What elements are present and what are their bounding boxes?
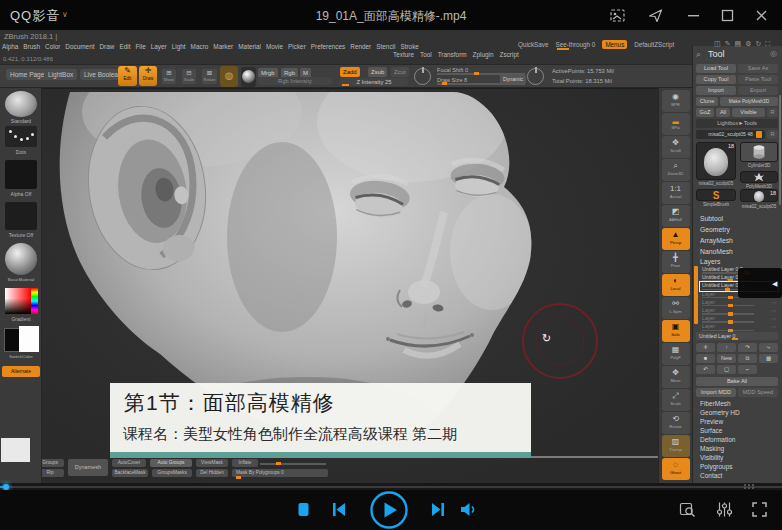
quicksave-button[interactable]: QuickSave <box>518 41 548 48</box>
current-color-patch[interactable] <box>1 438 30 462</box>
right-shelf-button[interactable]: ⚯ L.Sym <box>662 297 690 319</box>
focal-dial-icon[interactable] <box>414 68 431 85</box>
menu-item[interactable]: Light <box>172 43 186 50</box>
tool-r-button[interactable]: R <box>767 130 778 139</box>
all-button[interactable]: All <box>716 108 730 117</box>
menu-item[interactable]: Render <box>350 43 371 50</box>
save-as-button[interactable]: Save As <box>738 64 778 73</box>
layer-row[interactable]: Layer ▫▫ <box>700 307 778 315</box>
right-shelf-button[interactable]: ▨ Transp <box>662 435 690 457</box>
edit-button[interactable]: ✎Edit <box>118 66 137 86</box>
search-icon[interactable]: ⌕ <box>696 49 701 60</box>
draw-size-dial-icon[interactable] <box>527 68 544 85</box>
menu-item[interactable]: Material <box>238 43 261 50</box>
section-subtool[interactable]: Subtool <box>700 215 778 222</box>
zbrush-titlebar-icon[interactable]: ⛶ <box>765 40 770 48</box>
alternate-button[interactable]: Alternate <box>2 366 40 377</box>
load-tool-button[interactable]: Load Tool <box>696 64 736 73</box>
zsub-button[interactable]: Zsub <box>368 67 387 77</box>
menu-item[interactable]: Draw <box>99 43 114 50</box>
right-shelf-button[interactable]: ╋ Floor <box>662 251 690 273</box>
texture-picker[interactable] <box>5 202 37 230</box>
menu-item[interactable]: Color <box>45 43 60 50</box>
goz-button[interactable]: GoZ <box>696 108 714 117</box>
simplebrush-thumbnail[interactable]: S <box>696 189 736 201</box>
bake-all-button[interactable]: Bake All <box>696 377 778 386</box>
layer-action-button[interactable]: ↷ <box>738 343 757 352</box>
app-name[interactable]: QQ影音 <box>10 7 60 25</box>
import-mdd-button[interactable]: Import MDD <box>696 388 736 397</box>
tool-section-header[interactable]: Geometry HD <box>700 409 778 418</box>
menu-item[interactable]: Tool <box>420 51 432 58</box>
import-button[interactable]: Import <box>696 86 736 95</box>
tool-section-header[interactable]: Masking <box>700 445 778 454</box>
tool-section-header[interactable]: Deformation <box>700 436 778 445</box>
layer-mode-icons[interactable]: ▫▫ <box>772 300 777 305</box>
export-button[interactable]: Export <box>738 86 778 95</box>
settings-sliders-icon[interactable] <box>716 501 733 518</box>
right-shelf-button[interactable]: ◌ Ghost <box>662 458 690 480</box>
layer-action-button[interactable]: ⤷ <box>759 343 778 352</box>
menus-button[interactable]: Menus <box>602 40 627 49</box>
menu-item[interactable]: Picker <box>288 43 306 50</box>
saturation-square[interactable] <box>5 288 31 314</box>
default-zscript-button[interactable]: DefaultZScript <box>634 41 674 48</box>
right-shelf-button[interactable]: ▣ Solo <box>662 320 690 342</box>
menu-item[interactable]: Zplugin <box>473 51 494 58</box>
right-shelf-button[interactable]: ▂ SPix <box>662 113 690 135</box>
layer-action-button[interactable]: New <box>717 354 736 363</box>
layer-row[interactable]: Layer ▫▫ <box>700 323 778 331</box>
tray-autocover-button[interactable]: AutoCover <box>112 459 146 467</box>
menu-item[interactable]: Brush <box>23 43 40 50</box>
right-shelf-button[interactable]: 1:1 Actual <box>662 182 690 204</box>
menu-item[interactable]: Edit <box>119 43 130 50</box>
layer-row[interactable]: Layer ▫▫ <box>700 315 778 323</box>
layer-action-button[interactable]: ↶ <box>696 365 715 374</box>
draw-button[interactable]: ✛Draw <box>139 66 157 86</box>
fullscreen-icon[interactable] <box>751 501 768 518</box>
seek-track[interactable] <box>0 486 782 488</box>
paste-tool-button[interactable]: Paste Tool <box>738 75 778 84</box>
right-shelf-button[interactable]: ◩ AAHalf <box>662 205 690 227</box>
scale-button[interactable]: ⊟Scale <box>182 69 196 84</box>
rgb-intensity-slider[interactable]: Rgb Intensity <box>258 77 332 85</box>
next-button[interactable] <box>430 502 446 517</box>
seek-knob[interactable] <box>3 484 9 490</box>
right-shelf-button[interactable]: ✥ Scroll <box>662 136 690 158</box>
layer-action-button[interactable]: ⧉ <box>738 354 757 363</box>
right-shelf-button[interactable]: ⟲ Rotate <box>662 412 690 434</box>
stop-button[interactable] <box>296 502 311 517</box>
layer-mode-icons[interactable]: ▫▫ <box>772 308 777 313</box>
layer-action-button[interactable]: ■ <box>696 354 715 363</box>
home-page-button[interactable]: Home Page <box>6 69 48 80</box>
lightbox-tools-button[interactable]: Lightbox►Tools <box>696 119 778 128</box>
minimize-icon[interactable] <box>685 7 702 24</box>
move-button[interactable]: ⊞Move <box>162 69 176 84</box>
tray-backface-mask-button[interactable]: BackfaceMask <box>112 469 148 477</box>
section-geometry[interactable]: Geometry <box>700 226 778 233</box>
menu-item[interactable]: Movie <box>266 43 283 50</box>
panel-menu-icon[interactable]: ◎ <box>770 49 777 58</box>
layer-row[interactable]: Layer ▫▫ <box>700 299 778 307</box>
layer-intensity-slider[interactable] <box>702 330 754 332</box>
section-nanomesh[interactable]: NanoMesh <box>700 248 778 255</box>
zcut-button[interactable]: Zcut <box>391 67 409 77</box>
section-arraymesh[interactable]: ArrayMesh <box>700 237 778 244</box>
layer-action-button[interactable]: ✛ <box>696 343 715 352</box>
current-layer-bar[interactable]: Untitled Layer 0 <box>696 332 778 340</box>
lightbox-button[interactable]: LightBox <box>44 69 77 80</box>
z-intensity-slider[interactable]: Z Intensity 25 <box>340 78 408 86</box>
polymesh3d-thumbnail[interactable] <box>740 171 778 183</box>
zbrush-titlebar-icon[interactable]: ⚙ <box>745 40 751 48</box>
zbrush-titlebar-icon[interactable]: ✎ <box>725 40 731 48</box>
tray-del-hidden-button[interactable]: Del Hidden <box>196 469 228 477</box>
panel-scrollbar[interactable] <box>779 95 781 205</box>
r-button[interactable]: R <box>767 108 778 117</box>
panel-collapse-icon[interactable]: ◀ <box>772 280 777 288</box>
cylinder3d-thumbnail[interactable] <box>740 142 778 162</box>
right-shelf-button[interactable]: ▲ Persp <box>662 228 690 250</box>
color-picker[interactable] <box>5 288 38 314</box>
menu-item[interactable]: Marker <box>213 43 233 50</box>
right-shelf-button[interactable]: ⌕ Zoom3D <box>662 159 690 181</box>
tool-section-header[interactable]: Preview <box>700 418 778 427</box>
